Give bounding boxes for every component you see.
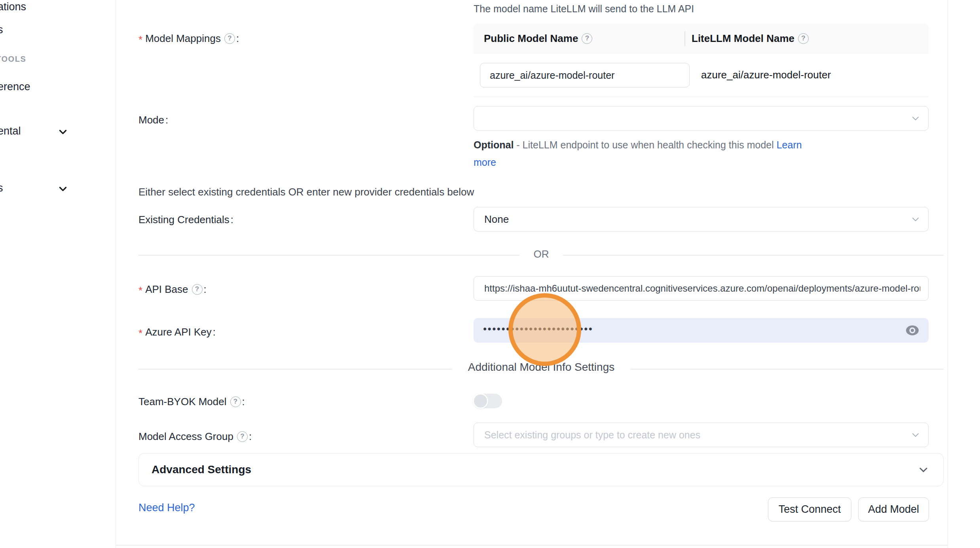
test-connect-button[interactable]: Test Connect <box>768 497 851 521</box>
advanced-settings-panel[interactable]: Advanced Settings <box>138 453 944 486</box>
toggle-knob <box>473 393 488 409</box>
add-model-form: The model name LiteLLM will send to the … <box>116 0 948 548</box>
model-mappings-label: * Model Mappings ? : <box>138 32 239 45</box>
advanced-settings-title: Advanced Settings <box>152 463 251 476</box>
select-placeholder: Select existing groups or type to create… <box>484 429 700 441</box>
chevron-down-icon[interactable] <box>58 184 68 194</box>
column-separator <box>684 31 685 46</box>
existing-credentials-label: Existing Credentials : <box>138 213 233 226</box>
sidebar-item-truncated-5[interactable]: s <box>0 182 3 194</box>
help-question-icon[interactable]: ? <box>230 396 241 407</box>
help-question-icon[interactable]: ? <box>224 33 235 44</box>
column-header-public-model-name: Public Model Name ? <box>474 32 684 45</box>
public-model-name-input[interactable] <box>480 63 690 87</box>
or-divider-text: OR <box>519 248 563 260</box>
credentials-note: Either select existing credentials OR en… <box>138 186 474 198</box>
need-help-link[interactable]: Need Help? <box>138 502 195 514</box>
mode-select[interactable] <box>474 106 929 131</box>
required-asterisk: * <box>138 284 142 297</box>
sidebar-item-truncated-1[interactable]: ations <box>0 1 26 13</box>
chevron-down-icon <box>911 214 920 224</box>
additional-settings-divider-text: Additional Model Info Settings <box>452 361 630 374</box>
sidebar: ations s TOOLS erence ental s <box>0 0 116 548</box>
required-asterisk: * <box>138 34 142 46</box>
table-row: azure_ai/azure-model-router <box>474 53 929 97</box>
chevron-down-icon[interactable] <box>58 127 68 137</box>
sidebar-section-tools: TOOLS <box>0 55 27 64</box>
required-asterisk: * <box>138 327 142 339</box>
mode-label: Mode : <box>138 113 168 127</box>
mode-help-text-line2: more <box>474 157 496 168</box>
model-access-group-select[interactable]: Select existing groups or type to create… <box>474 423 929 447</box>
azure-api-key-input[interactable]: •••••••••••••••••••••••• <box>474 318 929 343</box>
team-byok-toggle[interactable] <box>474 394 502 408</box>
help-question-icon[interactable]: ? <box>192 284 203 295</box>
table-header: Public Model Name ? LiteLLM Model Name ? <box>474 24 929 53</box>
model-mappings-table: Public Model Name ? LiteLLM Model Name ?… <box>474 24 929 97</box>
team-byok-label: Team-BYOK Model ? : <box>138 395 245 408</box>
learn-more-link[interactable]: more <box>474 157 496 168</box>
eye-icon[interactable] <box>905 324 920 336</box>
api-base-input[interactable] <box>474 276 929 301</box>
help-question-icon[interactable]: ? <box>582 33 592 44</box>
learn-more-link[interactable]: Learn <box>777 139 802 150</box>
sidebar-item-truncated-2[interactable]: s <box>0 24 3 36</box>
help-question-icon[interactable]: ? <box>237 431 248 442</box>
azure-api-key-label: * Azure API Key : <box>138 325 216 339</box>
model-access-group-label: Model Access Group ? : <box>138 430 252 443</box>
chevron-down-icon <box>911 114 920 123</box>
help-question-icon[interactable]: ? <box>798 33 809 44</box>
sidebar-item-truncated-4[interactable]: ental <box>0 125 21 137</box>
mode-help-text: Optional - LiteLLM endpoint to use when … <box>474 139 802 151</box>
litellm-model-name-value: azure_ai/azure-model-router <box>701 53 831 97</box>
card-bottom-border <box>116 545 948 546</box>
masked-password-value: •••••••••••••••••••••••• <box>483 323 593 335</box>
add-model-button[interactable]: Add Model <box>858 497 929 521</box>
model-name-hint: The model name LiteLLM will send to the … <box>474 3 694 15</box>
api-base-label: * API Base ? : <box>138 283 207 296</box>
chevron-down-icon <box>918 464 929 475</box>
sidebar-item-truncated-3[interactable]: erence <box>0 81 30 93</box>
chevron-down-icon <box>911 430 920 440</box>
existing-credentials-select[interactable]: None <box>474 207 929 231</box>
column-header-litellm-model-name: LiteLLM Model Name ? <box>684 32 809 45</box>
